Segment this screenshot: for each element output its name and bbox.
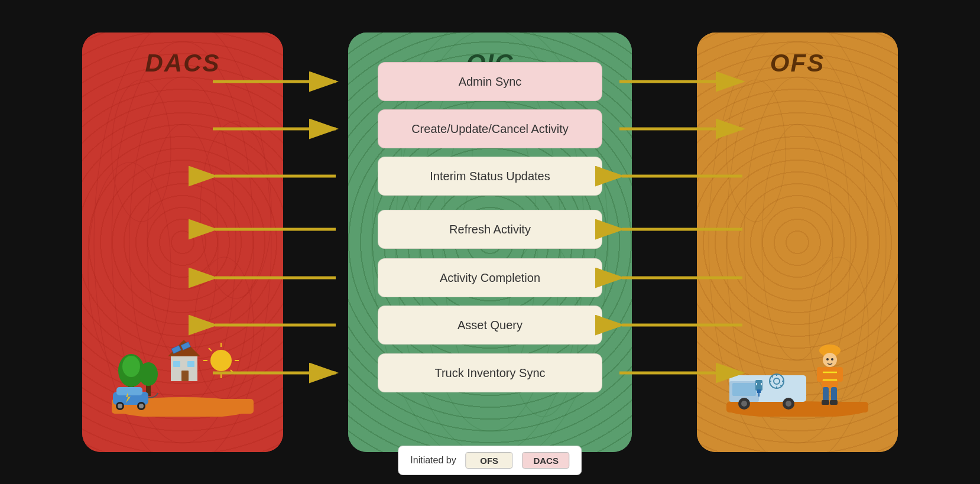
legend-ofs: OFS [466,452,513,469]
svg-line-81 [772,376,773,377]
svg-point-32 [139,362,158,386]
oic-content: Admin Sync Create/Update/Cancel Activity… [348,33,632,452]
panel-ofs: OFS [697,33,898,452]
svg-point-25 [200,121,271,298]
legend-label: Initiated by [410,455,456,466]
flow-asset-query: Asset Query [378,306,602,345]
svg-line-39 [231,370,233,373]
flow-interim-status: Interim Status Updates [378,157,602,196]
svg-rect-45 [173,361,180,367]
svg-point-90 [823,353,837,367]
svg-point-92 [831,358,833,360]
svg-point-64 [726,80,786,222]
svg-point-72 [741,401,747,407]
svg-rect-44 [181,371,189,381]
flow-activity-completion: Activity Completion [378,258,602,297]
svg-rect-97 [837,367,843,382]
svg-point-52 [139,404,144,408]
svg-rect-84 [757,389,761,393]
flow-refresh-activity: Refresh Activity [378,210,602,249]
svg-rect-101 [830,400,838,405]
svg-rect-46 [187,361,194,367]
panel-oic: OIC Admin Sync Create/Update/Cancel Acti… [348,33,632,452]
ofs-illustration [721,322,874,417]
legend-dacs: DACS [523,452,570,469]
svg-point-22 [112,80,171,222]
diagram-container: DACS [0,0,980,484]
svg-rect-70 [732,383,756,396]
svg-point-50 [118,404,122,408]
flow-truck-inventory-sync: Truck Inventory Sync [378,353,602,392]
svg-point-91 [826,358,829,360]
svg-rect-96 [817,367,823,382]
svg-line-38 [209,348,212,351]
dacs-title: DACS [82,49,283,77]
flow-admin-sync: Admin Sync [378,62,602,101]
svg-point-33 [210,350,232,371]
svg-point-30 [122,356,140,377]
svg-line-82 [781,385,782,386]
svg-rect-48 [116,387,142,395]
dacs-illustration [106,322,259,417]
panel-dacs: DACS [82,33,283,452]
svg-rect-100 [822,400,829,405]
svg-point-74 [786,401,791,407]
legend: Initiated by OFS DACS [398,446,582,475]
flow-create-update-cancel: Create/Update/Cancel Activity [378,109,602,148]
ofs-title: OFS [697,49,898,77]
svg-rect-93 [822,367,838,388]
